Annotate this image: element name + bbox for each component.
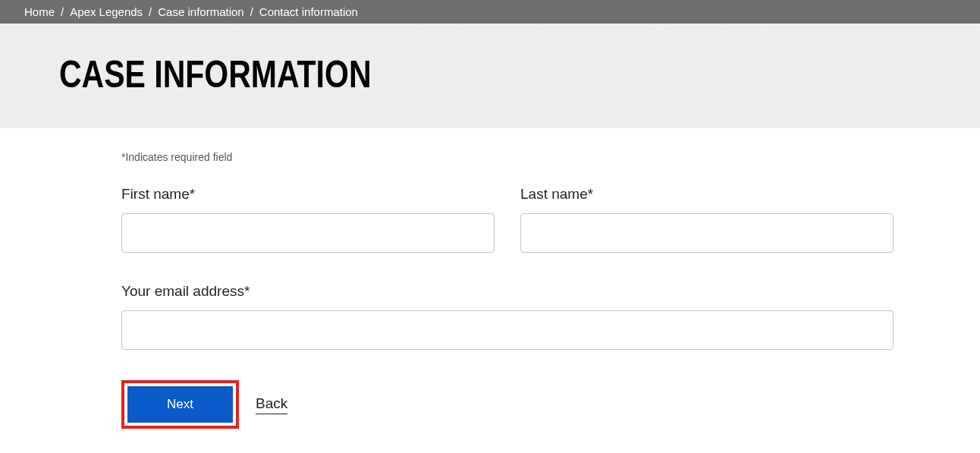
first-name-label: First name*	[121, 186, 495, 203]
email-field: Your email address*	[121, 283, 894, 350]
email-input[interactable]	[121, 310, 894, 350]
email-label: Your email address*	[121, 283, 894, 300]
button-row: Next Back	[121, 380, 910, 429]
header-band: CASE INFORMATION	[0, 24, 980, 128]
next-button-highlight: Next	[121, 380, 239, 429]
last-name-field: Last name*	[520, 186, 894, 253]
back-link[interactable]: Back	[256, 395, 287, 414]
first-name-field: First name*	[121, 186, 495, 253]
breadcrumb-separator: /	[61, 5, 64, 18]
first-name-input[interactable]	[121, 213, 495, 253]
breadcrumb-item-home[interactable]: Home	[24, 5, 55, 18]
breadcrumb-item-game[interactable]: Apex Legends	[70, 5, 143, 18]
breadcrumb-item-contact-info[interactable]: Contact information	[259, 5, 358, 18]
form-container: *Indicates required field First name* La…	[0, 128, 910, 453]
required-field-note: *Indicates required field	[121, 151, 910, 163]
next-button[interactable]: Next	[127, 386, 233, 423]
breadcrumb-item-case-info[interactable]: Case information	[158, 5, 243, 18]
breadcrumb-separator: /	[250, 5, 253, 18]
page-title: CASE INFORMATION	[59, 52, 814, 96]
breadcrumb-separator: /	[149, 5, 152, 18]
email-row: Your email address*	[121, 283, 910, 350]
last-name-input[interactable]	[520, 213, 894, 253]
name-row: First name* Last name*	[121, 186, 910, 253]
breadcrumb: Home / Apex Legends / Case information /…	[0, 0, 980, 24]
last-name-label: Last name*	[520, 186, 894, 203]
